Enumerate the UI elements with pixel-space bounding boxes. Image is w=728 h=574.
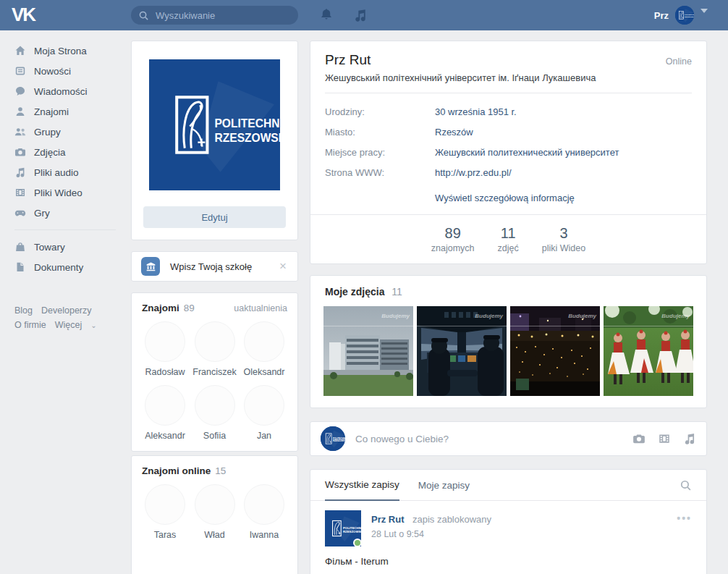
post-composer[interactable]: Co nowego u Ciebie? — [310, 421, 707, 456]
photo-cockpit[interactable]: Budujemy — [417, 306, 507, 396]
sidebar-item-pliki-audio[interactable]: Pliki audio — [0, 162, 130, 182]
friend-name[interactable]: Sofiia — [192, 431, 238, 441]
main-content: Prz Rut Online Жешувський політехнічний … — [310, 41, 707, 574]
attach-audio-icon[interactable] — [683, 432, 696, 445]
sidebar-item-label: Pliki audio — [34, 167, 79, 178]
website-link[interactable]: http://w.prz.edu.pl/ — [435, 163, 512, 183]
friend-name[interactable]: Franciszek — [192, 367, 238, 377]
my-photos-card: Moje zdjęcia 11 — [310, 275, 707, 408]
top-bar: VK Prz — [0, 0, 728, 30]
friend-avatar[interactable] — [195, 385, 235, 426]
friends-updates-link[interactable]: uaktualnienia — [234, 303, 287, 313]
friend-name[interactable]: Jan — [241, 431, 287, 441]
photo-watermark-line — [417, 326, 507, 326]
detail-value-link[interactable]: Жешувский политехнический университет — [435, 143, 619, 163]
detail-label: Urodziny: — [325, 102, 435, 122]
friend-avatar[interactable] — [195, 484, 235, 525]
friend-avatar[interactable] — [244, 385, 284, 426]
footer-link-developerzy[interactable]: Developerzy — [41, 305, 91, 316]
friend-item[interactable]: Iwanna — [241, 484, 287, 540]
sidebar-item-label: Towary — [34, 242, 65, 253]
school-input[interactable]: Wpisz Twoją szkołę — [170, 261, 278, 272]
friend-item[interactable]: Oleksandr — [241, 321, 287, 377]
footer-link-blog[interactable]: Blog — [14, 305, 33, 316]
user-menu[interactable]: Prz — [654, 0, 708, 30]
friend-item[interactable]: Wład — [192, 484, 238, 540]
counter-friends[interactable]: 89 znajomych — [431, 224, 475, 253]
post-author-link[interactable]: Prz Rut — [371, 514, 405, 525]
search-input[interactable] — [154, 9, 291, 22]
photo-night-crowd[interactable]: Budujemy — [510, 306, 600, 396]
friend-avatar[interactable] — [244, 484, 284, 525]
detail-row-city: Miasto: Rzeszów — [325, 122, 692, 143]
friend-name[interactable]: Aleksandr — [142, 431, 188, 441]
tab-my-posts[interactable]: Moje zapisy — [418, 470, 470, 500]
profile-photo[interactable] — [149, 59, 280, 190]
notifications-bell-icon[interactable] — [319, 8, 334, 22]
friend-avatar[interactable] — [145, 484, 185, 525]
counter-videos[interactable]: 3 pliki Wideo — [542, 224, 585, 253]
photo-folk-dancers[interactable]: Budujemy — [604, 306, 693, 396]
friend-avatar[interactable] — [145, 321, 185, 362]
vk-logo[interactable]: VK — [12, 4, 35, 26]
friend-item[interactable]: Radosław — [142, 321, 188, 377]
photo-watermark-line — [604, 326, 693, 326]
detail-row-workplace: Miejsce pracy: Жешувский политехнический… — [325, 143, 692, 163]
detail-label: Miejsce pracy: — [325, 143, 435, 163]
sidebar-item-grupy[interactable]: Grupy — [0, 122, 130, 142]
music-icon[interactable] — [353, 8, 368, 22]
friend-item[interactable]: Taras — [142, 484, 188, 540]
friend-avatar[interactable] — [244, 321, 284, 362]
detail-value-link[interactable]: Rzeszów — [435, 122, 473, 143]
photos-title[interactable]: Moje zdjęcia — [325, 286, 384, 297]
friend-name[interactable]: Iwanna — [241, 530, 287, 540]
friends-card: Znajomi 89 uaktualnienia Radosław Franci… — [131, 292, 298, 452]
friend-name[interactable]: Taras — [142, 530, 188, 540]
composer-input[interactable]: Co nowego u Ciebie? — [355, 434, 632, 444]
post-actions-menu-icon[interactable]: ••• — [677, 512, 692, 524]
tab-all-posts[interactable]: Wszystkie zapisy — [325, 470, 399, 501]
sidebar-item-gry[interactable]: Gry — [0, 203, 130, 223]
post-author-avatar[interactable] — [325, 510, 361, 546]
sidebar-item-label: Zdjęcia — [34, 147, 66, 158]
counter-photos[interactable]: 11 zdjęć — [498, 224, 519, 253]
friend-avatar[interactable] — [195, 321, 235, 362]
sidebar-item-znajomi[interactable]: Znajomi — [0, 101, 130, 122]
show-detailed-info-link[interactable]: Wyświetl szczegółową informację — [435, 193, 692, 203]
sidebar-item-moja-strona[interactable]: Moja Strona — [0, 41, 130, 61]
friends-online-title[interactable]: Znajomi online — [142, 465, 211, 476]
vk-profile-page: VK Prz Moja Strona Nowości — [0, 0, 728, 574]
friend-item[interactable]: Aleksandr — [142, 385, 188, 441]
photo-watermark: Budujemy — [475, 313, 503, 319]
user-name: Prz — [654, 10, 669, 21]
profile-info-card: Prz Rut Online Жешувський політехнічний … — [310, 41, 707, 264]
search-box[interactable] — [131, 6, 298, 25]
sidebar-item-nowosci[interactable]: Nowości — [0, 61, 130, 81]
wall-search-icon[interactable] — [680, 479, 692, 491]
sidebar-item-zdjecia[interactable]: Zdjęcia — [0, 142, 130, 162]
friend-item[interactable]: Sofiia — [192, 385, 238, 441]
friends-title[interactable]: Znajomi — [142, 303, 179, 313]
edit-profile-button[interactable]: Edytuj — [143, 206, 286, 228]
counter-label: pliki Wideo — [542, 243, 585, 253]
footer-link-o-firmie[interactable]: O firmie — [14, 320, 46, 330]
post-date-link[interactable]: 28 Lut o 9:54 — [371, 529, 491, 539]
footer-link-wiecej[interactable]: Więcej — [55, 320, 82, 330]
friend-name[interactable]: Oleksandr — [241, 367, 287, 377]
sidebar-item-dokumenty[interactable]: Dokumenty — [0, 257, 130, 277]
sidebar-item-towary[interactable]: Towary — [0, 237, 130, 257]
close-icon[interactable]: × — [278, 259, 288, 274]
attach-photo-icon[interactable] — [632, 432, 646, 445]
chevron-down-icon — [701, 9, 708, 22]
friend-avatar[interactable] — [145, 385, 185, 426]
photo-building[interactable]: Budujemy — [323, 306, 413, 396]
friend-name[interactable]: Wład — [192, 530, 238, 540]
friend-name[interactable]: Radosław — [142, 367, 188, 377]
detail-value-link[interactable]: 30 września 1951 r. — [435, 102, 517, 122]
friend-item[interactable]: Franciszek — [192, 321, 238, 377]
attach-video-icon[interactable] — [658, 432, 671, 445]
friend-item[interactable]: Jan — [241, 385, 287, 441]
shopping-bag-icon — [14, 241, 26, 253]
sidebar-item-wiadomosci[interactable]: Wiadomości — [0, 81, 130, 101]
sidebar-item-pliki-wideo[interactable]: Pliki Wideo — [0, 182, 130, 203]
